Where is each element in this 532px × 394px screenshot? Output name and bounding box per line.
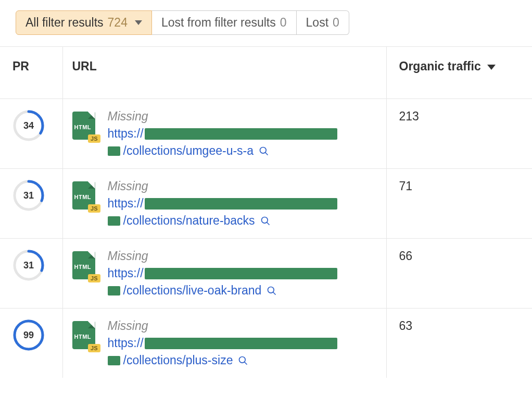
tab-all-filter-results[interactable]: All filter results 724 [16,10,152,35]
url-cell: HTML JS Missing https:// /collections/na… [62,169,386,239]
url-link[interactable]: https:// [108,266,144,280]
svg-point-14 [239,356,246,363]
status-label: Missing [108,179,337,193]
traffic-cell: 71 [386,169,532,239]
pr-ring: 99 [12,319,45,351]
tab-count: 724 [108,16,128,30]
redacted-domain [145,268,337,279]
column-label: Organic traffic [399,59,481,73]
traffic-value: 71 [399,179,413,193]
url-cell: HTML JS Missing https:// /collections/li… [62,239,386,309]
search-icon[interactable] [260,216,271,226]
url-domain-line: https:// [108,336,337,350]
url-path-link[interactable]: /collections/plus-size [123,353,233,367]
url-domain-line: https:// [108,127,337,141]
url-link[interactable]: https:// [108,127,144,141]
file-type-label: HTML [74,194,92,200]
tab-label: Lost from filter results [161,16,276,30]
traffic-cell: 213 [386,99,532,169]
table-row: 31 HTML JS Missing https:// [0,169,532,239]
pr-cell: 31 [0,239,62,309]
status-label: Missing [108,249,337,263]
table-row: 99 HTML JS Missing https:// [0,309,532,378]
html-file-icon: HTML JS [72,321,98,351]
chevron-down-icon [135,20,142,25]
pr-ring: 34 [12,109,45,142]
column-header-traffic[interactable]: Organic traffic [386,47,532,99]
js-badge: JS [88,134,100,143]
url-path-line: /collections/plus-size [108,353,337,367]
results-table: PR URL Organic traffic 34 [0,46,532,378]
pr-ring: 31 [12,179,45,212]
url-path-link[interactable]: /collections/umgee-u-s-a [123,144,254,158]
column-header-url[interactable]: URL [62,47,386,99]
redacted-domain [145,128,337,140]
redacted-prefix [108,356,120,365]
url-cell: HTML JS Missing https:// /collections/pl… [62,309,386,378]
redacted-prefix [108,146,120,156]
sort-desc-icon [487,65,496,70]
tab-lost[interactable]: Lost 0 [297,10,349,35]
search-icon[interactable] [238,355,248,366]
pr-cell: 31 [0,169,62,239]
svg-point-6 [261,217,268,223]
pr-cell: 99 [0,309,62,378]
svg-point-10 [268,287,274,293]
column-label: PR [12,59,29,73]
url-path-line: /collections/live-oak-brand [108,284,337,298]
traffic-value: 63 [399,319,413,333]
url-domain-line: https:// [108,266,337,280]
url-link[interactable]: https:// [108,336,144,350]
column-label: URL [72,59,97,73]
table-row: 31 HTML JS Missing https:// [0,239,532,309]
js-badge: JS [88,274,100,282]
traffic-cell: 66 [386,239,532,309]
svg-line-15 [245,362,247,364]
traffic-value: 213 [399,109,419,123]
svg-point-2 [260,147,267,153]
redacted-prefix [108,216,120,226]
column-header-pr[interactable]: PR [0,47,62,99]
redacted-prefix [108,286,120,296]
svg-line-7 [267,222,269,225]
html-file-icon: HTML JS [72,181,98,212]
js-badge: JS [88,204,100,213]
html-file-icon: HTML JS [72,251,98,281]
redacted-domain [145,338,337,349]
search-icon[interactable] [259,146,269,156]
file-type-label: HTML [74,264,92,270]
traffic-cell: 63 [386,309,532,378]
svg-line-11 [273,292,276,294]
tab-count: 0 [333,16,339,30]
url-cell: HTML JS Missing https:// /collections/um… [62,99,386,169]
search-icon[interactable] [267,286,277,296]
url-path-line: /collections/umgee-u-s-a [108,144,337,158]
url-path-link[interactable]: /collections/live-oak-brand [123,284,262,298]
url-link[interactable]: https:// [108,196,144,211]
file-type-label: HTML [74,334,92,340]
svg-line-3 [265,152,268,155]
traffic-value: 66 [399,249,413,263]
tab-label: All filter results [26,16,104,30]
pr-value: 31 [12,179,45,212]
pr-value: 31 [12,249,45,281]
redacted-domain [145,198,337,210]
status-label: Missing [108,109,337,124]
pr-value: 99 [12,319,45,351]
pr-ring: 31 [12,249,45,281]
tab-lost-from-filter[interactable]: Lost from filter results 0 [152,10,297,35]
js-badge: JS [88,344,100,352]
pr-cell: 34 [0,99,62,169]
url-path-link[interactable]: /collections/nature-backs [123,214,255,228]
tab-count: 0 [280,16,287,30]
url-path-line: /collections/nature-backs [108,214,337,228]
html-file-icon: HTML JS [72,112,98,142]
url-domain-line: https:// [108,196,337,211]
status-label: Missing [108,319,337,333]
filter-tabs: All filter results 724 Lost from filter … [16,10,532,35]
tab-label: Lost [306,16,328,30]
pr-value: 34 [12,109,45,142]
file-type-label: HTML [74,124,92,130]
table-row: 34 HTML JS Missing https:// [0,99,532,169]
